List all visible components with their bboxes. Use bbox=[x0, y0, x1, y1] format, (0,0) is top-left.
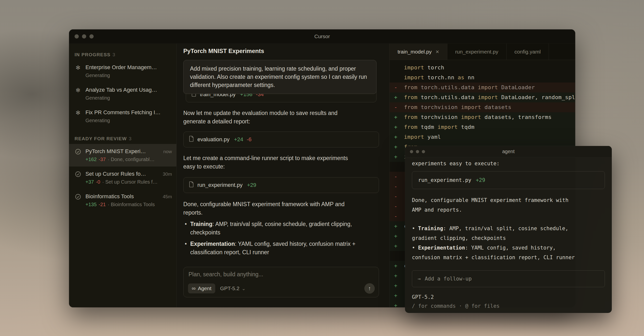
infinity-icon: ∞ bbox=[192, 285, 196, 292]
model-name: GPT-5.2 bbox=[220, 285, 240, 291]
code-line[interactable]: +from torch.utils.data import DataLoader… bbox=[390, 92, 575, 102]
diff-gutter-sign: - bbox=[394, 211, 404, 221]
composer[interactable]: Plan, search, build anything... ∞ Agent … bbox=[183, 267, 379, 297]
code-line[interactable]: +import yaml bbox=[390, 132, 575, 142]
file-chip-evaluation[interactable]: evaluation.py +24 -6 bbox=[183, 132, 379, 147]
task-title: Set up Cursor Rules fo… bbox=[86, 171, 160, 177]
model-selector[interactable]: GPT-5.2 ⌄ bbox=[220, 285, 246, 291]
user-message-bubble: Add mixed precision training, learning r… bbox=[183, 60, 376, 94]
agent-summary: Done, configurable MNIST experiment fram… bbox=[412, 195, 580, 215]
agent-mode-label: Agent bbox=[198, 285, 212, 291]
task-time: 45m bbox=[163, 194, 172, 199]
diff-gutter-sign: - bbox=[394, 192, 404, 201]
arrow-right-icon: → bbox=[418, 276, 421, 282]
diff-gutter-sign: + bbox=[394, 122, 404, 132]
chevron-down-icon: ⌄ bbox=[242, 286, 246, 291]
task-title: Enterprise Order Managem… bbox=[86, 64, 172, 71]
follow-up-input[interactable]: → Add a follow-up bbox=[412, 270, 605, 287]
diff-gutter-sign: + bbox=[394, 300, 404, 307]
code-line[interactable]: +from torchvision import datasets, trans… bbox=[390, 112, 575, 122]
diff-gutter-sign: - bbox=[394, 182, 404, 192]
traffic-light-close[interactable] bbox=[74, 35, 79, 39]
sidebar-item-pytorch-mnist[interactable]: PyTorch MNIST Experi… now +162-37· Done,… bbox=[69, 144, 176, 167]
traffic-light-maximize[interactable] bbox=[422, 150, 425, 153]
code-line[interactable]: +from tqdm import tqdm bbox=[390, 122, 575, 132]
composer-input[interactable]: Plan, search, build anything... bbox=[188, 271, 374, 278]
agent-file-chip[interactable]: run_experiment.py +29 bbox=[412, 171, 605, 189]
sidebar-item-cursor-rules[interactable]: Set up Cursor Rules fo… 30m +37-0· Set u… bbox=[69, 167, 176, 189]
tab-label: config.yaml bbox=[514, 49, 541, 55]
task-diff-summary: +162-37· Done, configurabl… bbox=[86, 156, 172, 162]
file-name: run_experiment.py bbox=[418, 177, 471, 183]
diff-gutter-sign bbox=[394, 73, 404, 83]
check-circle-icon bbox=[74, 194, 82, 201]
diff-added: +29 bbox=[247, 182, 256, 188]
task-time: now bbox=[163, 149, 172, 154]
window-titlebar[interactable]: Cursor bbox=[69, 30, 575, 44]
window-controls bbox=[74, 35, 94, 39]
sidebar-item-analyze-tab-agent[interactable]: ✻ Analyze Tab vs Agent Usag… Generating bbox=[69, 83, 176, 105]
traffic-light-minimize[interactable] bbox=[82, 35, 86, 39]
task-status: Generating bbox=[86, 72, 172, 78]
diff-gutter-sign bbox=[394, 63, 404, 73]
diff-gutter-sign: + bbox=[394, 152, 404, 162]
traffic-light-minimize[interactable] bbox=[416, 150, 419, 153]
sidebar-item-fix-pr-comments[interactable]: ✻ Fix PR Comments Fetching I… Generating bbox=[69, 105, 176, 128]
code-line[interactable]: -from torchvision import datasets bbox=[390, 102, 575, 112]
bullet-icon: • bbox=[412, 225, 415, 231]
diff-gutter-sign: - bbox=[394, 102, 404, 112]
agent-bullet-training: •Training: AMP, train/val split, cosine … bbox=[412, 224, 580, 243]
tab-label: train_model.py bbox=[398, 49, 432, 55]
diff-gutter-sign: + bbox=[394, 92, 404, 102]
file-name: run_experiment.py bbox=[198, 182, 242, 188]
sidebar-item-enterprise-order[interactable]: ✻ Enterprise Order Managem… Generating bbox=[69, 60, 176, 83]
send-button[interactable]: ↑ bbox=[364, 283, 375, 294]
diff-gutter-sign: + bbox=[394, 261, 404, 271]
close-icon[interactable]: × bbox=[436, 48, 439, 55]
diff-gutter-sign: + bbox=[394, 241, 404, 251]
file-chip-run-experiment[interactable]: run_experiment.py +29 bbox=[183, 177, 379, 193]
agent-bullets: •Training: AMP, train/val split, cosine … bbox=[412, 224, 580, 262]
agents-sidebar: IN PROGRESS3 ✻ Enterprise Order Managem…… bbox=[69, 44, 176, 307]
section-count: 3 bbox=[129, 136, 132, 141]
code-line[interactable]: -from torch.utils.data import DataLoader bbox=[390, 83, 575, 92]
task-title: PyTorch MNIST Experi… bbox=[86, 148, 161, 155]
tab-config-yaml[interactable]: config.yaml bbox=[506, 44, 549, 60]
task-title: Fix PR Comments Fetching I… bbox=[86, 109, 172, 116]
traffic-light-close[interactable] bbox=[410, 150, 413, 153]
agent-window-title: agent bbox=[502, 149, 514, 154]
section-label-text: READY FOR REVIEW bbox=[74, 136, 127, 141]
section-in-progress: IN PROGRESS3 bbox=[74, 52, 171, 58]
assistant-paragraph: Now let me update the evaluation module … bbox=[183, 109, 358, 126]
tab-label: run_experiment.py bbox=[455, 49, 498, 55]
traffic-light-maximize[interactable] bbox=[90, 35, 94, 39]
diff-gutter-sign: + bbox=[394, 271, 404, 281]
task-title: Bioinformatics Tools bbox=[86, 193, 160, 200]
code-line[interactable]: import torch.nn as nn bbox=[390, 73, 575, 83]
agent-mode-pill[interactable]: ∞ Agent bbox=[188, 283, 215, 293]
agent-chat-panel: PyTorch MNIST Experiments Add mixed prec… bbox=[176, 44, 389, 307]
agent-scrolled-text: experiments easy to execute: bbox=[412, 160, 605, 167]
window-title: Cursor bbox=[314, 34, 330, 39]
agent-model-label[interactable]: GPT-5.2 bbox=[412, 294, 605, 300]
chat-title: PyTorch MNIST Experiments bbox=[183, 48, 379, 55]
file-icon bbox=[189, 181, 194, 189]
agent-window: agent experiments easy to execute: run_e… bbox=[405, 146, 612, 313]
sidebar-item-bioinformatics[interactable]: Bioinformatics Tools 45m +135-21· Bioinf… bbox=[69, 189, 176, 212]
generating-spinner-icon: ✻ bbox=[74, 87, 82, 93]
diff-gutter-sign: + bbox=[394, 132, 404, 142]
code-line[interactable]: import torch bbox=[390, 63, 575, 73]
agent-window-content: experiments easy to execute: run_experim… bbox=[405, 157, 612, 309]
diff-gutter-sign bbox=[394, 162, 404, 172]
diff-gutter-sign: - bbox=[394, 83, 404, 92]
tab-run-experiment-py[interactable]: run_experiment.py bbox=[447, 44, 506, 60]
file-icon bbox=[189, 136, 194, 143]
tab-train-model-py[interactable]: train_model.py × bbox=[390, 44, 447, 60]
agent-window-controls bbox=[410, 150, 425, 153]
agent-window-titlebar[interactable]: agent bbox=[405, 146, 612, 157]
follow-up-placeholder: Add a follow-up bbox=[425, 276, 472, 282]
diff-gutter-sign: + bbox=[394, 221, 404, 231]
section-count: 3 bbox=[112, 52, 116, 57]
summary-bullet-training: •Training: AMP, train/val split, cosine … bbox=[183, 220, 358, 237]
check-circle-icon bbox=[74, 171, 82, 178]
